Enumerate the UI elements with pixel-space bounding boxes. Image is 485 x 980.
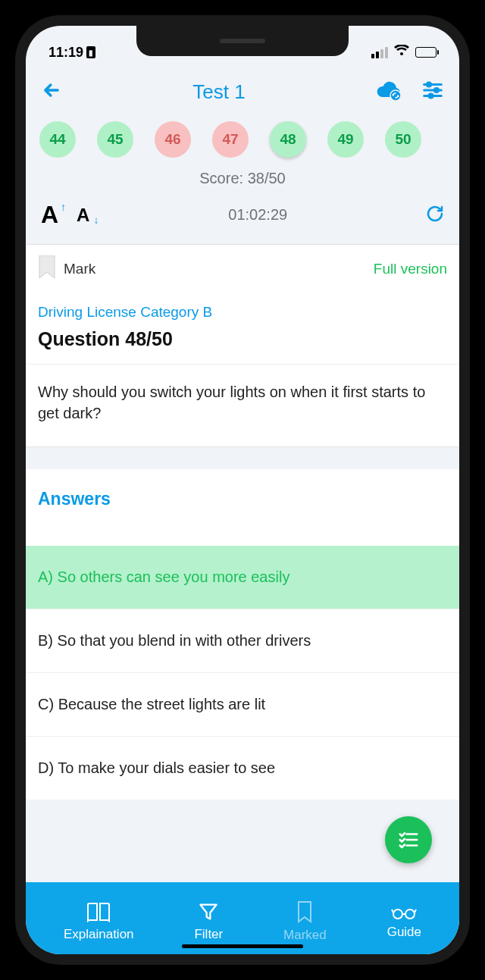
answers-header: Answers [26, 469, 459, 518]
page-title: Test 1 [192, 80, 245, 104]
sim-icon: ▮ [86, 46, 95, 58]
back-button[interactable] [41, 80, 62, 104]
pager-item[interactable]: 50 [385, 121, 421, 158]
full-version-link[interactable]: Full version [374, 261, 447, 277]
signal-icon [371, 47, 388, 58]
svg-point-7 [393, 910, 402, 919]
nav-label: Guide [387, 925, 421, 940]
answer-option[interactable]: B) So that you blend in with other drive… [26, 609, 459, 672]
score-text: Score: 38/50 [26, 170, 459, 196]
bottom-nav: Explaination Filter Marked Guide [26, 882, 459, 954]
nav-filter[interactable]: Filter [194, 901, 223, 942]
home-indicator[interactable] [182, 944, 303, 948]
phone-screen: 11:19 ▮ Test 1 [26, 26, 459, 954]
utility-toolbar: A↑ A↓ 01:02:29 [26, 196, 459, 244]
pager-item[interactable]: 46 [155, 121, 191, 158]
divider [26, 446, 459, 469]
cloud-sync-icon[interactable] [376, 79, 403, 105]
question-number: Question 48/50 [38, 328, 447, 350]
answer-option[interactable]: C) Because the street lights are lit [26, 672, 459, 736]
nav-explanation[interactable]: Explaination [64, 901, 134, 942]
svg-point-4 [427, 83, 431, 86]
status-time-group: 11:19 ▮ [48, 45, 95, 61]
nav-label: Explaination [64, 927, 134, 942]
question-card: Mark Full version Driving License Catego… [26, 244, 459, 446]
category-text: Driving License Category B [38, 304, 447, 321]
svg-point-8 [405, 910, 415, 919]
nav-label: Marked [283, 928, 327, 943]
question-pager[interactable]: 44454647484950 [26, 114, 459, 170]
status-time: 11:19 [48, 45, 83, 61]
pager-item[interactable]: 48 [270, 121, 306, 158]
nav-label: Filter [194, 927, 223, 942]
app-header: Test 1 [26, 71, 459, 114]
svg-point-6 [429, 94, 433, 98]
font-increase-button[interactable]: A↑ [41, 201, 58, 229]
svg-point-5 [435, 89, 439, 92]
nav-guide[interactable]: Guide [387, 903, 421, 940]
nav-marked[interactable]: Marked [283, 900, 327, 943]
phone-frame: 11:19 ▮ Test 1 [15, 15, 470, 965]
wifi-icon [394, 45, 409, 61]
font-decrease-button[interactable]: A↓ [77, 205, 89, 226]
refresh-button[interactable] [426, 205, 444, 226]
pager-item[interactable]: 47 [212, 121, 249, 158]
answer-option[interactable]: A) So others can see you more easily [26, 546, 459, 609]
pager-item[interactable]: 49 [327, 121, 364, 158]
settings-sliders-icon[interactable] [421, 79, 444, 105]
question-text: Why should you switch your lights on whe… [26, 365, 459, 446]
battery-icon [415, 47, 436, 58]
status-indicators [371, 45, 436, 61]
svg-point-0 [390, 90, 401, 101]
notch [136, 26, 349, 56]
bookmark-icon[interactable] [38, 255, 56, 283]
timer-text: 01:02:29 [89, 206, 426, 224]
pager-item[interactable]: 44 [39, 121, 76, 158]
answer-option[interactable]: D) To make your dials easier to see [26, 736, 459, 800]
pager-item[interactable]: 45 [97, 121, 133, 158]
mark-label[interactable]: Mark [64, 261, 95, 277]
checklist-fab[interactable] [385, 816, 432, 863]
